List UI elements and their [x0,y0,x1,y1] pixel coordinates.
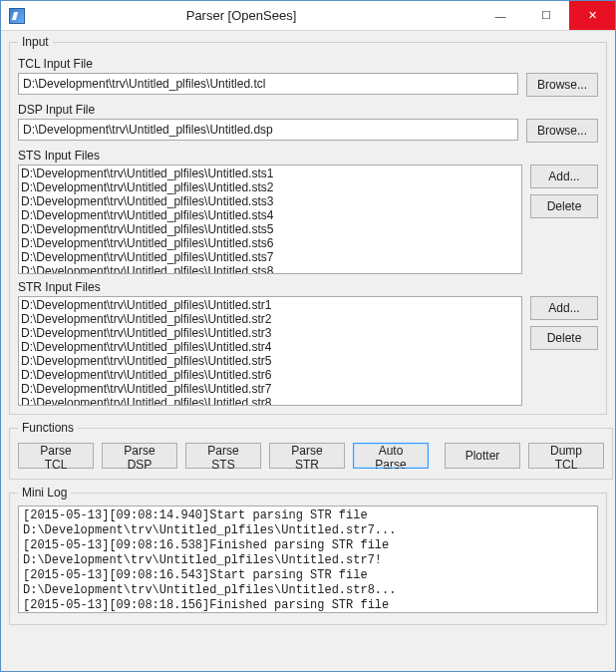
list-item[interactable]: D:\Development\trv\Untitled_plfiles\Unti… [21,340,519,354]
list-item[interactable]: D:\Development\trv\Untitled_plfiles\Unti… [21,312,519,326]
dump-tcl-button[interactable]: Dump TCL [528,443,604,469]
close-button[interactable]: ✕ [569,1,615,30]
mini-log-legend: Mini Log [18,486,71,500]
sts-file-list[interactable]: D:\Development\trv\Untitled_plfiles\Unti… [18,165,522,274]
str-label: STR Input Files [18,280,598,294]
parse-sts-button[interactable]: Parse STS [185,443,261,469]
list-item[interactable]: D:\Development\trv\Untitled_plfiles\Unti… [21,298,519,312]
client-area: Input TCL Input File Browse... DSP Input… [1,31,615,671]
str-add-button[interactable]: Add... [530,296,598,320]
window-title: Parser [OpenSees] [5,8,477,23]
sts-label: STS Input Files [18,149,598,163]
sts-add-button[interactable]: Add... [530,165,598,188]
list-item[interactable]: D:\Development\trv\Untitled_plfiles\Unti… [21,180,519,194]
app-icon [9,8,25,24]
mini-log-group: Mini Log [9,486,607,625]
sts-delete-button[interactable]: Delete [530,194,598,218]
parse-str-button[interactable]: Parse STR [269,443,345,469]
list-item[interactable]: D:\Development\trv\Untitled_plfiles\Unti… [21,264,519,274]
auto-parse-button[interactable]: Auto Parse [353,443,429,469]
list-item[interactable]: D:\Development\trv\Untitled_plfiles\Unti… [21,354,519,368]
minimize-button[interactable]: — [477,1,523,30]
tcl-path-input[interactable] [18,73,518,95]
plotter-button[interactable]: Plotter [445,443,520,469]
title-bar[interactable]: Parser [OpenSees] — ☐ ✕ [1,1,615,31]
list-item[interactable]: D:\Development\trv\Untitled_plfiles\Unti… [21,368,519,382]
dsp-label: DSP Input File [18,103,598,117]
list-item[interactable]: D:\Development\trv\Untitled_plfiles\Unti… [21,326,519,340]
list-item[interactable]: D:\Development\trv\Untitled_plfiles\Unti… [21,194,519,208]
list-item[interactable]: D:\Development\trv\Untitled_plfiles\Unti… [21,250,519,264]
parse-tcl-button[interactable]: Parse TCL [18,443,94,469]
tcl-browse-button[interactable]: Browse... [526,73,598,97]
maximize-button[interactable]: ☐ [523,1,569,30]
list-item[interactable]: D:\Development\trv\Untitled_plfiles\Unti… [21,222,519,236]
str-delete-button[interactable]: Delete [530,326,598,350]
list-item[interactable]: D:\Development\trv\Untitled_plfiles\Unti… [21,382,519,396]
list-item[interactable]: D:\Development\trv\Untitled_plfiles\Unti… [21,167,519,180]
parse-dsp-button[interactable]: Parse DSP [102,443,177,469]
input-group: Input TCL Input File Browse... DSP Input… [9,35,607,415]
dsp-browse-button[interactable]: Browse... [526,119,598,143]
dsp-path-input[interactable] [18,119,518,141]
mini-log-textarea[interactable] [18,505,598,613]
list-item[interactable]: D:\Development\trv\Untitled_plfiles\Unti… [21,208,519,222]
list-item[interactable]: D:\Development\trv\Untitled_plfiles\Unti… [21,236,519,250]
input-group-legend: Input [18,35,53,49]
functions-group: Functions Parse TCL Parse DSP Parse STS … [9,421,613,480]
str-file-list[interactable]: D:\Development\trv\Untitled_plfiles\Unti… [18,296,522,406]
list-item[interactable]: D:\Development\trv\Untitled_plfiles\Unti… [21,396,519,406]
functions-group-legend: Functions [18,421,78,435]
tcl-label: TCL Input File [18,57,598,71]
